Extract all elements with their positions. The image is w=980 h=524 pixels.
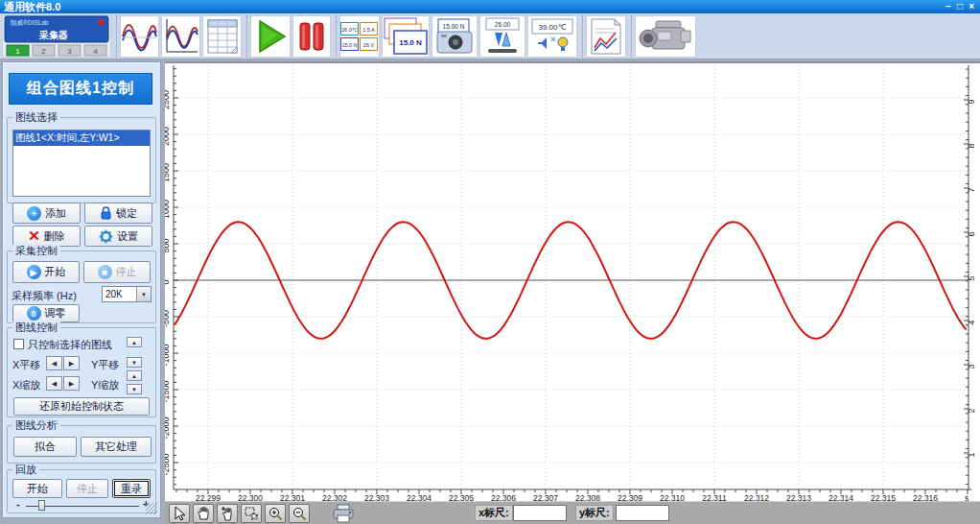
zoom-in-tool-button[interactable] bbox=[265, 504, 286, 523]
table-icon bbox=[205, 17, 240, 56]
printer-icon bbox=[332, 504, 355, 523]
delete-x-icon: ✕ bbox=[28, 229, 40, 243]
touch-hand-icon bbox=[220, 506, 235, 521]
y-zoom-down-button[interactable]: ▼ bbox=[127, 384, 142, 394]
quad-meter-icon: 26.0℃ 1.5 A 15.0 N 26 V bbox=[340, 16, 379, 57]
x-pan-right-button[interactable]: ▶ bbox=[63, 356, 80, 370]
toolbar-separator bbox=[336, 15, 337, 58]
curve-settings-button[interactable]: 设置 bbox=[84, 226, 152, 247]
add-curve-button[interactable]: ＋ 添加 bbox=[12, 202, 81, 224]
playback-start-button[interactable]: 开始 bbox=[12, 479, 62, 498]
lock-curve-button[interactable]: 锁定 bbox=[84, 202, 152, 224]
toolbar-separator bbox=[116, 15, 117, 58]
x-zoom-out-button[interactable]: ◀ bbox=[46, 376, 62, 391]
playback-stop-button[interactable]: 停止 bbox=[66, 479, 108, 498]
panel-title: 组合图线1控制 bbox=[9, 73, 152, 105]
curve-list-item[interactable]: 图线1<X:时间,左Y:W1> bbox=[13, 131, 150, 146]
sample-rate-dropdown[interactable]: 20K ▼ bbox=[102, 286, 152, 302]
data-table-button[interactable] bbox=[202, 15, 242, 58]
only-selected-checkbox[interactable] bbox=[13, 339, 24, 349]
chart-toolbar: x标尺: y标尺: bbox=[165, 501, 980, 524]
meter-stack-value: 15.0 N bbox=[399, 38, 422, 47]
gear-icon bbox=[99, 229, 113, 244]
svg-text:500: 500 bbox=[165, 239, 171, 253]
y-zoom-up-button[interactable]: ▲ bbox=[127, 370, 142, 381]
y-ruler-label: y标尺: bbox=[575, 505, 614, 521]
x-ruler-label: x标尺: bbox=[475, 505, 513, 521]
svg-text:2000: 2000 bbox=[165, 127, 171, 146]
maximize-button[interactable]: □ bbox=[957, 1, 963, 12]
zero-adjust-button[interactable]: 0 调零 bbox=[12, 304, 80, 322]
speaker-icon bbox=[538, 37, 547, 49]
print-button[interactable] bbox=[329, 504, 358, 523]
svg-text:1000: 1000 bbox=[165, 200, 171, 219]
select-tool-button[interactable] bbox=[169, 504, 190, 523]
combined-graph-button[interactable] bbox=[120, 15, 159, 58]
x-zoom-in-button[interactable]: ▶ bbox=[63, 376, 80, 391]
report-button[interactable] bbox=[586, 15, 626, 58]
curve-control-label: 图线控制 bbox=[12, 322, 60, 333]
meter-voltage-value: 26 V bbox=[363, 41, 375, 47]
y-pan-up-button[interactable]: ▲ bbox=[127, 337, 142, 347]
device-label: 采集器 bbox=[38, 30, 68, 40]
minimize-button[interactable]: − bbox=[945, 1, 951, 12]
sample-rate-value: 20K bbox=[103, 289, 136, 299]
svg-text:-500: -500 bbox=[165, 310, 171, 327]
x-pan-label: X平移 bbox=[12, 358, 40, 372]
y-ruler-input[interactable] bbox=[616, 505, 669, 521]
pan-tool-button[interactable] bbox=[193, 504, 214, 523]
delete-curve-button[interactable]: ✕ 删除 bbox=[12, 226, 81, 247]
start-acquisition-button[interactable] bbox=[250, 15, 291, 58]
curve-list[interactable]: 图线1<X:时间,左Y:W1> bbox=[12, 130, 151, 197]
svg-text:4: 4 bbox=[967, 320, 976, 324]
bulb-icon bbox=[558, 37, 568, 47]
environment-display-button[interactable]: 39.00℃ bbox=[527, 15, 577, 58]
pause-acquisition-button[interactable] bbox=[292, 15, 331, 58]
video-capture-button[interactable] bbox=[635, 15, 696, 58]
chevron-down-icon[interactable]: ▼ bbox=[136, 287, 151, 301]
sample-rate-label: 采样频率 (Hz) bbox=[12, 289, 77, 303]
upload-download-icon: 26.00 bbox=[480, 16, 525, 57]
acq-stop-button[interactable]: ■ 停止 bbox=[83, 261, 151, 283]
svg-text:9: 9 bbox=[967, 99, 976, 104]
report-document-icon bbox=[588, 16, 624, 57]
y-pan-down-button[interactable]: ▼ bbox=[127, 357, 142, 368]
snapshot-button[interactable]: 15.00 N bbox=[432, 15, 478, 58]
waveform-chart[interactable]: 25002000150010005000-500-1000-1500-2000-… bbox=[165, 63, 980, 503]
svg-text:-1000: -1000 bbox=[165, 345, 171, 367]
camcorder-icon bbox=[637, 16, 694, 57]
transfer-meter-value: 26.00 bbox=[495, 21, 511, 28]
curve-control-panel: 组合图线1控制 图线选择 图线1<X:时间,左Y:W1> ＋ 添加 锁定 ✕ 删… bbox=[2, 61, 161, 518]
y-pan-label: Y平移 bbox=[91, 358, 119, 372]
curve-analysis-label: 图线分析 bbox=[12, 419, 60, 431]
svg-text:1: 1 bbox=[967, 452, 976, 457]
multi-meter-display-button[interactable]: 26.0℃ 1.5 A 15.0 N 26 V bbox=[339, 15, 380, 58]
other-processing-button[interactable]: 其它处理 bbox=[81, 437, 152, 457]
single-graph-button[interactable] bbox=[161, 15, 200, 58]
temperature-value: 39.00℃ bbox=[538, 23, 566, 32]
meter-list-button[interactable]: 15.0 N bbox=[382, 15, 430, 58]
acq-start-button[interactable]: ▶ 开始 bbox=[12, 261, 80, 283]
port-3: 3 bbox=[67, 47, 72, 56]
reset-control-button[interactable]: 还原初始控制状态 bbox=[13, 397, 150, 416]
zoom-box-tool-button[interactable] bbox=[241, 504, 262, 523]
meter-temp-value: 26.0℃ bbox=[341, 26, 358, 32]
device-status-button[interactable]: 朗威®DISLab 采集器 1 2 3 4 bbox=[2, 15, 111, 58]
data-transfer-button[interactable]: 26.00 bbox=[479, 15, 525, 58]
point-pick-tool-button[interactable] bbox=[217, 504, 238, 523]
x-pan-left-button[interactable]: ◀ bbox=[46, 356, 62, 370]
playback-rerecord-button[interactable]: 重录 bbox=[112, 479, 151, 498]
close-button[interactable]: × bbox=[968, 1, 974, 12]
playback-slider-thumb[interactable] bbox=[38, 500, 45, 511]
zoom-out-tool-button[interactable] bbox=[289, 504, 310, 523]
plus-icon: ＋ bbox=[27, 206, 41, 221]
window-controls: − □ × bbox=[945, 1, 980, 12]
acquisition-label: 采集控制 bbox=[12, 245, 60, 256]
panel-resize-grip[interactable] bbox=[146, 503, 157, 514]
zero-circle-icon: 0 bbox=[27, 306, 41, 321]
x-ruler-input[interactable] bbox=[513, 505, 567, 521]
title-bar: 通用软件8.0 − □ × bbox=[0, 0, 980, 13]
svg-text:8: 8 bbox=[967, 143, 976, 148]
fit-button[interactable]: 拟合 bbox=[13, 437, 77, 457]
curve-analysis-group: 图线分析 拟合 其它处理 bbox=[7, 425, 156, 464]
